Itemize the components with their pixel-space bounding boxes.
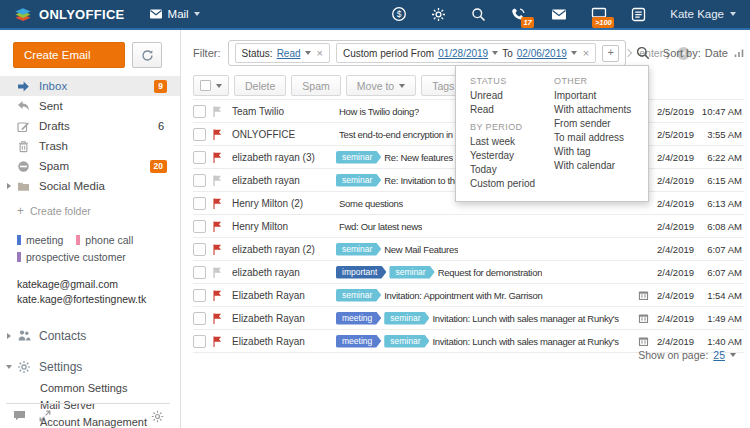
- expand-icon[interactable]: [39, 410, 52, 423]
- sidebar-item-trash[interactable]: Trash: [0, 136, 180, 156]
- status-filter-chip[interactable]: Status: Read ×: [235, 43, 330, 63]
- flag-icon[interactable]: [212, 335, 224, 348]
- flag-icon[interactable]: [212, 243, 224, 256]
- sort-direction-icon[interactable]: [734, 48, 744, 58]
- remove-filter-icon[interactable]: ×: [583, 48, 589, 59]
- filter-option-custom-period[interactable]: Custom period: [470, 177, 538, 191]
- chevron-down-icon[interactable]: [6, 365, 12, 369]
- period-to-link[interactable]: 02/06/2019: [517, 48, 567, 59]
- user-menu[interactable]: Kate Kage: [670, 8, 736, 20]
- account-address[interactable]: katekage@gmail.com: [17, 277, 180, 292]
- mail-icon[interactable]: [550, 6, 567, 23]
- mail-tag[interactable]: seminar: [336, 289, 381, 302]
- sidebar-item-social-media[interactable]: Social Media: [0, 176, 180, 196]
- add-filter-button[interactable]: +: [602, 45, 619, 62]
- sidebar-item-settings[interactable]: Settings: [0, 359, 180, 375]
- flag-icon[interactable]: [212, 220, 224, 233]
- email-checkbox[interactable]: [193, 197, 206, 210]
- sidebar-item-drafts[interactable]: Drafts 6: [0, 116, 180, 136]
- chat-icon[interactable]: [13, 410, 26, 423]
- module-switcher[interactable]: Mail: [149, 8, 200, 20]
- email-checkbox[interactable]: [193, 289, 206, 302]
- email-row[interactable]: Elizabeth Rayan seminar Invitation: Appo…: [193, 284, 744, 307]
- sidebar-item-inbox[interactable]: Inbox 9: [0, 76, 180, 96]
- brand-home[interactable]: ONLYOFFICE: [13, 5, 125, 24]
- filter-box[interactable]: Status: Read × Custom period From 01/28/…: [228, 40, 626, 66]
- gear-icon[interactable]: [430, 6, 447, 23]
- flag-icon[interactable]: [212, 266, 224, 279]
- flag-icon[interactable]: [212, 174, 224, 187]
- flag-icon[interactable]: [212, 105, 224, 118]
- sidebar-item-common-settings[interactable]: Common Settings: [40, 380, 180, 397]
- mail-tag[interactable]: seminar: [389, 266, 434, 279]
- sidebar-item-sent[interactable]: Sent: [0, 96, 180, 116]
- email-row[interactable]: Henry Milton Fwd: Our latest news 2/4/20…: [193, 215, 744, 238]
- create-folder-button[interactable]: + Create folder: [17, 203, 180, 219]
- sort-value[interactable]: Date: [705, 47, 728, 59]
- delete-button[interactable]: Delete: [234, 75, 286, 96]
- filter-option-read[interactable]: Read: [470, 103, 538, 117]
- sidebar-item-contacts[interactable]: Contacts: [0, 328, 180, 344]
- account-address[interactable]: kate.kage@fortestingnew.tk: [17, 292, 180, 307]
- filter-option-last-week[interactable]: Last week: [470, 135, 538, 149]
- sidebar-item-spam[interactable]: Spam 20: [0, 156, 180, 176]
- period-from-link[interactable]: 01/28/2019: [438, 48, 488, 59]
- monitor-icon[interactable]: >100: [590, 6, 607, 23]
- remove-filter-icon[interactable]: ×: [317, 48, 323, 59]
- sidebar-tag-meeting[interactable]: meeting: [17, 233, 63, 247]
- chevron-right-icon[interactable]: [7, 333, 11, 339]
- flag-icon[interactable]: [212, 128, 224, 141]
- search-icon[interactable]: [636, 46, 650, 60]
- create-email-button[interactable]: Create Email: [13, 42, 125, 68]
- email-checkbox[interactable]: [193, 174, 206, 187]
- filter-option-with-tag[interactable]: With tag: [554, 145, 634, 159]
- period-filter-chip[interactable]: Custom period From 01/28/2019 To 02/06/2…: [336, 43, 596, 63]
- search-icon[interactable]: [470, 6, 487, 23]
- filter-option-important[interactable]: Important: [554, 89, 634, 103]
- email-row[interactable]: elizabeth rayan (2) seminar New Mail Fea…: [193, 238, 744, 261]
- email-checkbox[interactable]: [193, 151, 206, 164]
- feed-icon[interactable]: [630, 6, 647, 23]
- mail-tag[interactable]: seminar: [336, 151, 381, 164]
- email-row[interactable]: elizabeth rayan importantseminar Request…: [193, 261, 744, 284]
- mail-tag[interactable]: seminar: [384, 335, 429, 348]
- filter-option-with-attachments[interactable]: With attachments: [554, 103, 634, 117]
- filter-option-with-calendar[interactable]: With calendar: [554, 159, 634, 173]
- email-checkbox[interactable]: [193, 243, 206, 256]
- filter-option-unread[interactable]: Unread: [470, 89, 538, 103]
- sidebar-tag-phone-call[interactable]: phone call: [76, 233, 133, 247]
- sort-control[interactable]: Sort by: Date: [663, 47, 744, 59]
- mail-tag[interactable]: seminar: [336, 243, 381, 256]
- email-checkbox[interactable]: [193, 105, 206, 118]
- spam-button[interactable]: Spam: [291, 75, 340, 96]
- flag-icon[interactable]: [212, 289, 224, 302]
- filter-option-to-mail-address[interactable]: To mail address: [554, 131, 634, 145]
- mail-tag[interactable]: important: [336, 266, 386, 279]
- email-checkbox[interactable]: [193, 312, 206, 325]
- select-all-button[interactable]: [193, 75, 229, 96]
- refresh-button[interactable]: [132, 42, 162, 68]
- mail-tag[interactable]: seminar: [384, 312, 429, 325]
- gear-icon[interactable]: [151, 410, 164, 423]
- sidebar-tag-prospective-customer[interactable]: prospective customer: [17, 250, 126, 264]
- email-checkbox[interactable]: [193, 220, 206, 233]
- email-row[interactable]: Elizabeth Rayan meetingseminar Invitatio…: [193, 307, 744, 330]
- move-to-button[interactable]: Move to: [346, 75, 416, 96]
- mail-tag[interactable]: meeting: [336, 335, 381, 348]
- filter-option-today[interactable]: Today: [470, 163, 538, 177]
- flag-icon[interactable]: [212, 151, 224, 164]
- mail-tag[interactable]: meeting: [336, 312, 381, 325]
- filter-option-yesterday[interactable]: Yesterday: [470, 149, 538, 163]
- flag-icon[interactable]: [212, 312, 224, 325]
- status-value-link[interactable]: Read: [277, 48, 301, 59]
- page-size-select[interactable]: 25: [713, 349, 725, 361]
- email-checkbox[interactable]: [193, 128, 206, 141]
- filter-option-from-sender[interactable]: From sender: [554, 117, 634, 131]
- flag-icon[interactable]: [212, 197, 224, 210]
- chevron-right-icon[interactable]: [7, 183, 11, 189]
- mail-tag[interactable]: seminar: [336, 174, 381, 187]
- payments-icon[interactable]: $: [390, 6, 407, 23]
- talk-icon[interactable]: 17: [510, 6, 527, 23]
- email-checkbox[interactable]: [193, 266, 206, 279]
- email-checkbox[interactable]: [193, 335, 206, 348]
